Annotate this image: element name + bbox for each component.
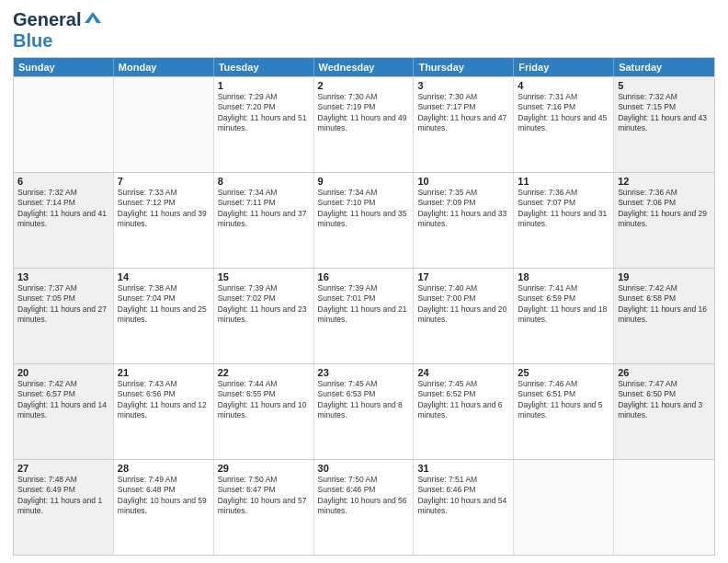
day-number: 20 (17, 367, 109, 378)
calendar-cell: 12Sunrise: 7:36 AM Sunset: 7:06 PM Dayli… (614, 173, 714, 268)
weekday-header: Friday (514, 58, 614, 76)
calendar-cell (514, 460, 614, 555)
calendar-cell: 3Sunrise: 7:30 AM Sunset: 7:17 PM Daylig… (414, 77, 514, 172)
day-info: Sunrise: 7:30 AM Sunset: 7:17 PM Dayligh… (417, 92, 509, 134)
calendar-cell: 30Sunrise: 7:50 AM Sunset: 6:46 PM Dayli… (314, 460, 415, 555)
day-info: Sunrise: 7:49 AM Sunset: 6:48 PM Dayligh… (118, 475, 210, 517)
calendar-cell: 1Sunrise: 7:29 AM Sunset: 7:20 PM Daylig… (214, 77, 314, 172)
day-number: 14 (118, 271, 210, 282)
day-info: Sunrise: 7:47 AM Sunset: 6:50 PM Dayligh… (618, 379, 711, 421)
day-number: 1 (218, 80, 310, 91)
calendar: SundayMondayTuesdayWednesdayThursdayFrid… (13, 57, 715, 556)
calendar-week: 20Sunrise: 7:42 AM Sunset: 6:57 PM Dayli… (14, 363, 714, 459)
day-info: Sunrise: 7:39 AM Sunset: 7:02 PM Dayligh… (218, 283, 310, 326)
day-number: 31 (417, 463, 509, 474)
day-number: 21 (118, 367, 210, 378)
calendar-week: 27Sunrise: 7:48 AM Sunset: 6:49 PM Dayli… (14, 459, 714, 555)
calendar-cell: 23Sunrise: 7:45 AM Sunset: 6:53 PM Dayli… (314, 364, 415, 459)
day-number: 16 (318, 271, 410, 282)
day-info: Sunrise: 7:50 AM Sunset: 6:46 PM Dayligh… (318, 475, 410, 517)
calendar-cell (114, 77, 214, 172)
day-number: 7 (118, 176, 210, 187)
day-number: 18 (518, 271, 609, 282)
calendar-cell: 26Sunrise: 7:47 AM Sunset: 6:50 PM Dayli… (614, 364, 714, 459)
day-info: Sunrise: 7:38 AM Sunset: 7:04 PM Dayligh… (118, 283, 210, 326)
day-number: 29 (218, 463, 310, 474)
day-info: Sunrise: 7:43 AM Sunset: 6:56 PM Dayligh… (118, 379, 210, 421)
calendar-cell: 2Sunrise: 7:30 AM Sunset: 7:19 PM Daylig… (314, 77, 415, 172)
day-info: Sunrise: 7:29 AM Sunset: 7:20 PM Dayligh… (218, 92, 310, 134)
logo-blue: Blue (13, 30, 52, 51)
calendar-cell: 7Sunrise: 7:33 AM Sunset: 7:12 PM Daylig… (114, 173, 214, 268)
day-number: 23 (318, 367, 410, 378)
weekday-header: Sunday (14, 58, 114, 76)
calendar-cell: 22Sunrise: 7:44 AM Sunset: 6:55 PM Dayli… (214, 364, 314, 459)
day-number: 15 (218, 271, 310, 282)
calendar-week: 6Sunrise: 7:32 AM Sunset: 7:14 PM Daylig… (14, 172, 714, 268)
day-number: 11 (518, 176, 609, 187)
logo-icon (85, 10, 101, 27)
day-info: Sunrise: 7:36 AM Sunset: 7:06 PM Dayligh… (618, 188, 711, 230)
day-info: Sunrise: 7:48 AM Sunset: 6:49 PM Dayligh… (17, 475, 109, 517)
day-number: 13 (17, 271, 109, 282)
calendar-cell: 21Sunrise: 7:43 AM Sunset: 6:56 PM Dayli… (114, 364, 214, 459)
day-info: Sunrise: 7:42 AM Sunset: 6:57 PM Dayligh… (17, 379, 109, 421)
logo: General Blue (13, 9, 101, 52)
day-info: Sunrise: 7:45 AM Sunset: 6:53 PM Dayligh… (318, 379, 410, 421)
svg-marker-0 (85, 12, 101, 23)
day-info: Sunrise: 7:42 AM Sunset: 6:58 PM Dayligh… (618, 283, 711, 326)
day-number: 17 (417, 271, 509, 282)
page: General Blue SundayMondayTuesdayWednesda… (0, 0, 728, 563)
day-info: Sunrise: 7:33 AM Sunset: 7:12 PM Dayligh… (118, 188, 210, 230)
day-info: Sunrise: 7:37 AM Sunset: 7:05 PM Dayligh… (17, 283, 109, 326)
calendar-cell: 14Sunrise: 7:38 AM Sunset: 7:04 PM Dayli… (114, 269, 214, 363)
day-number: 25 (518, 367, 609, 378)
day-number: 28 (118, 463, 210, 474)
day-info: Sunrise: 7:50 AM Sunset: 6:47 PM Dayligh… (218, 475, 310, 517)
day-number: 12 (618, 176, 711, 187)
day-number: 5 (618, 80, 711, 91)
calendar-cell: 11Sunrise: 7:36 AM Sunset: 7:07 PM Dayli… (514, 173, 614, 268)
calendar-cell (614, 460, 714, 555)
day-number: 3 (417, 80, 509, 91)
day-number: 8 (218, 176, 310, 187)
day-info: Sunrise: 7:35 AM Sunset: 7:09 PM Dayligh… (417, 188, 509, 230)
day-number: 10 (417, 176, 509, 187)
weekday-header: Tuesday (214, 58, 314, 76)
header: General Blue (13, 9, 715, 52)
day-info: Sunrise: 7:30 AM Sunset: 7:19 PM Dayligh… (318, 92, 410, 134)
calendar-week: 1Sunrise: 7:29 AM Sunset: 7:20 PM Daylig… (14, 76, 714, 172)
calendar-cell: 17Sunrise: 7:40 AM Sunset: 7:00 PM Dayli… (414, 269, 514, 363)
weekday-header: Wednesday (314, 58, 415, 76)
day-info: Sunrise: 7:31 AM Sunset: 7:16 PM Dayligh… (518, 92, 609, 134)
calendar-cell: 18Sunrise: 7:41 AM Sunset: 6:59 PM Dayli… (514, 269, 614, 363)
calendar-body: 1Sunrise: 7:29 AM Sunset: 7:20 PM Daylig… (14, 76, 714, 555)
calendar-cell: 20Sunrise: 7:42 AM Sunset: 6:57 PM Dayli… (14, 364, 114, 459)
day-info: Sunrise: 7:39 AM Sunset: 7:01 PM Dayligh… (318, 283, 410, 326)
day-number: 4 (518, 80, 609, 91)
day-info: Sunrise: 7:45 AM Sunset: 6:52 PM Dayligh… (417, 379, 509, 421)
day-number: 26 (618, 367, 711, 378)
day-number: 9 (318, 176, 410, 187)
calendar-cell: 28Sunrise: 7:49 AM Sunset: 6:48 PM Dayli… (114, 460, 214, 555)
day-number: 22 (218, 367, 310, 378)
weekday-header: Thursday (414, 58, 514, 76)
calendar-cell: 10Sunrise: 7:35 AM Sunset: 7:09 PM Dayli… (414, 173, 514, 268)
logo-general: General (13, 9, 81, 30)
day-info: Sunrise: 7:40 AM Sunset: 7:00 PM Dayligh… (417, 283, 509, 326)
day-info: Sunrise: 7:32 AM Sunset: 7:15 PM Dayligh… (618, 92, 711, 134)
calendar-cell: 29Sunrise: 7:50 AM Sunset: 6:47 PM Dayli… (214, 460, 314, 555)
calendar-cell: 13Sunrise: 7:37 AM Sunset: 7:05 PM Dayli… (14, 269, 114, 363)
calendar-cell: 25Sunrise: 7:46 AM Sunset: 6:51 PM Dayli… (514, 364, 614, 459)
day-info: Sunrise: 7:46 AM Sunset: 6:51 PM Dayligh… (518, 379, 609, 421)
calendar-cell: 31Sunrise: 7:51 AM Sunset: 6:46 PM Dayli… (414, 460, 514, 555)
day-number: 19 (618, 271, 711, 282)
day-info: Sunrise: 7:51 AM Sunset: 6:46 PM Dayligh… (417, 475, 509, 517)
day-number: 30 (318, 463, 410, 474)
weekday-header: Saturday (614, 58, 714, 76)
calendar-cell: 19Sunrise: 7:42 AM Sunset: 6:58 PM Dayli… (614, 269, 714, 363)
calendar-header: SundayMondayTuesdayWednesdayThursdayFrid… (14, 58, 714, 76)
weekday-header: Monday (114, 58, 214, 76)
day-number: 24 (417, 367, 509, 378)
calendar-cell: 4Sunrise: 7:31 AM Sunset: 7:16 PM Daylig… (514, 77, 614, 172)
